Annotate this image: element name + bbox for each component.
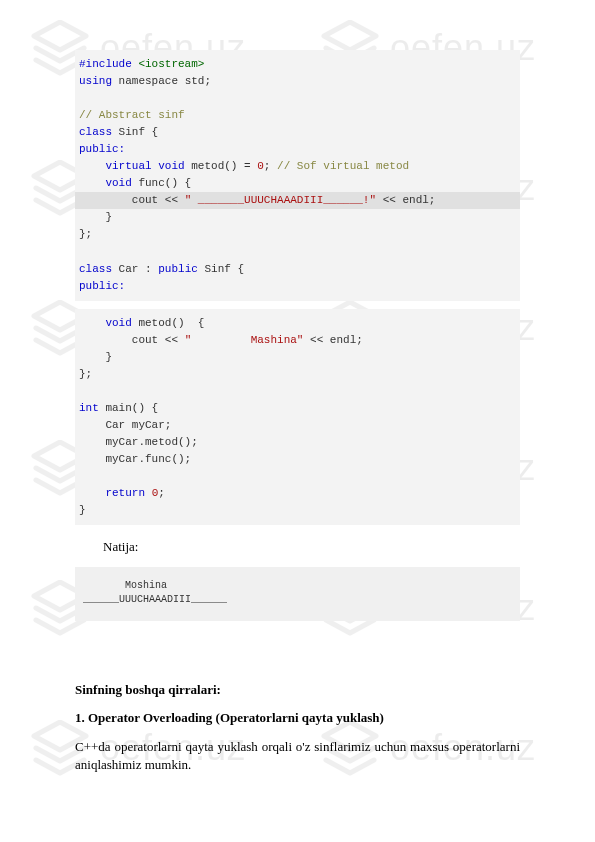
- code-token: cout <<: [79, 334, 185, 346]
- code-token: Car myCar;: [79, 419, 171, 431]
- code-token: void: [79, 317, 132, 329]
- code-token: public: [158, 263, 198, 275]
- highlighted-line: cout << " _______UUUCHAAADIII______!" <<…: [75, 192, 520, 209]
- code-token: }: [79, 211, 112, 223]
- code-token: #include: [79, 58, 132, 70]
- code-token: int: [79, 402, 99, 414]
- code-token: void: [79, 177, 132, 189]
- code-token: myCar.metod();: [79, 436, 198, 448]
- page-content: #include <iostream> using namespace std;…: [0, 0, 595, 814]
- output-line: ______UUUCHAAADIII______: [83, 594, 227, 605]
- output-line: Moshina: [83, 580, 167, 591]
- code-token: Sinf {: [198, 263, 244, 275]
- code-token: Sinf {: [112, 126, 158, 138]
- code-token: }: [79, 351, 112, 363]
- code-token: // Abstract sinf: [79, 109, 185, 121]
- output-block: Moshina ______UUUCHAAADIII______: [75, 567, 520, 621]
- code-token: << endl;: [303, 334, 362, 346]
- code-token: main() {: [99, 402, 158, 414]
- code-token: }: [79, 504, 86, 516]
- code-token: virtual void: [79, 160, 185, 172]
- code-token: metod() {: [132, 317, 205, 329]
- code-token: public:: [79, 280, 125, 292]
- code-token: myCar.func();: [79, 453, 191, 465]
- code-token: " _______UUUCHAAADIII______!": [185, 194, 376, 206]
- code-token: <iostream>: [132, 58, 205, 70]
- code-token: return: [79, 487, 145, 499]
- code-token: public:: [79, 143, 125, 155]
- output-label: Natija:: [103, 539, 520, 555]
- code-token: };: [79, 368, 92, 380]
- code-token: metod() =: [185, 160, 258, 172]
- code-block-2: void metod() { cout << " Mashina" << end…: [75, 309, 520, 526]
- code-token: };: [79, 228, 92, 240]
- code-block-1: #include <iostream> using namespace std;…: [75, 50, 520, 301]
- code-token: namespace std;: [112, 75, 211, 87]
- subsection-heading: 1. Operator Overloading (Operatorlarni q…: [75, 709, 520, 727]
- body-paragraph: C++da operatorlarni qayta yuklash orqali…: [75, 738, 520, 774]
- code-token: Car :: [112, 263, 158, 275]
- code-token: // Sof virtual metod: [270, 160, 409, 172]
- code-token: using: [79, 75, 112, 87]
- code-token: " Mashina": [185, 334, 304, 346]
- code-token: ;: [158, 487, 165, 499]
- code-token: func() {: [132, 177, 191, 189]
- section-heading: Sinfning boshqa qirralari:: [75, 681, 520, 699]
- code-token: << endl;: [376, 194, 435, 206]
- code-token: 0: [257, 160, 264, 172]
- code-token: class: [79, 126, 112, 138]
- code-token: class: [79, 263, 112, 275]
- code-token: [145, 487, 152, 499]
- code-token: cout <<: [79, 194, 185, 206]
